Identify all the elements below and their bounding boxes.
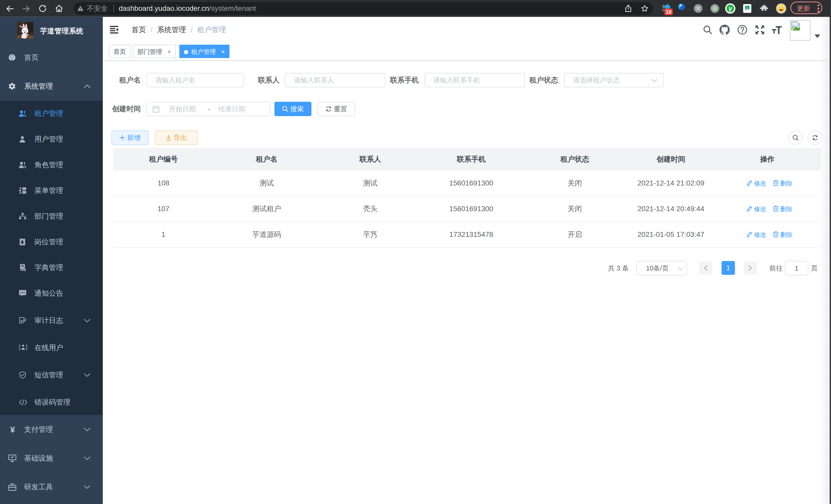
svg-text:⌘: ⌘: [695, 6, 701, 11]
svg-text:y: y: [729, 5, 732, 12]
svg-text:¥: ¥: [10, 425, 15, 434]
